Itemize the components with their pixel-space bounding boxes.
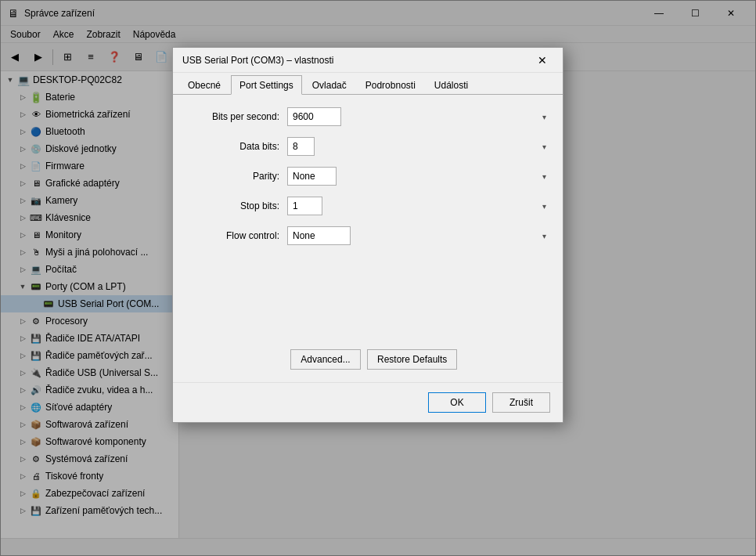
select-bps[interactable]: 9600 300 600 1200 2400 4800 14400 19200 … [287,107,341,126]
modal-title: USB Serial Port (COM3) – vlastnosti [182,55,531,66]
tab-ovladac[interactable]: Ovladač [304,75,355,94]
field-row-databits: Data bits: 8 5 6 7 [185,137,550,156]
ok-button[interactable]: OK [428,392,486,413]
select-databits[interactable]: 8 5 6 7 [287,137,315,156]
tab-obecne[interactable]: Obecné [179,75,229,94]
restore-defaults-button[interactable]: Restore Defaults [367,349,457,370]
select-wrapper-stopbits: 1 1.5 2 [287,197,550,215]
modal-close-button[interactable]: ✕ [531,49,553,71]
tab-port-settings[interactable]: Port Settings [231,75,302,95]
select-stopbits[interactable]: 1 1.5 2 [287,197,322,215]
label-stopbits: Stop bits: [185,200,287,211]
cancel-button[interactable]: Zrušit [492,392,550,413]
field-row-parity: Parity: None Even Odd Mark Space [185,167,550,186]
field-row-flowctrl: Flow control: None Xon / Xoff Hardware [185,226,550,245]
modal-overlay: USB Serial Port (COM3) – vlastnosti ✕ Ob… [0,0,756,556]
label-parity: Parity: [185,171,287,182]
field-row-stopbits: Stop bits: 1 1.5 2 [185,197,550,215]
select-wrapper-parity: None Even Odd Mark Space [287,167,550,186]
modal-footer: OK Zrušit [173,382,563,422]
tab-udalosti[interactable]: Události [426,75,477,94]
tabs-bar: Obecné Port Settings Ovladač Podrobnosti… [173,73,563,95]
select-flowctrl[interactable]: None Xon / Xoff Hardware [287,226,351,245]
label-databits: Data bits: [185,141,287,152]
advanced-button[interactable]: Advanced... [290,349,361,370]
label-bps: Bits per second: [185,111,287,122]
modal-body: Bits per second: 9600 300 600 1200 2400 … [173,95,563,343]
action-buttons-row: Advanced... Restore Defaults [173,343,563,382]
label-flowctrl: Flow control: [185,230,287,241]
field-row-bps: Bits per second: 9600 300 600 1200 2400 … [185,107,550,126]
select-parity[interactable]: None Even Odd Mark Space [287,167,337,186]
select-wrapper-databits: 8 5 6 7 [287,137,550,156]
select-wrapper-flowctrl: None Xon / Xoff Hardware [287,226,550,245]
select-wrapper-bps: 9600 300 600 1200 2400 4800 14400 19200 … [287,107,550,126]
tab-podrobnosti[interactable]: Podrobnosti [357,75,424,94]
modal-title-bar: USB Serial Port (COM3) – vlastnosti ✕ [173,48,563,73]
modal-dialog: USB Serial Port (COM3) – vlastnosti ✕ Ob… [172,47,563,423]
